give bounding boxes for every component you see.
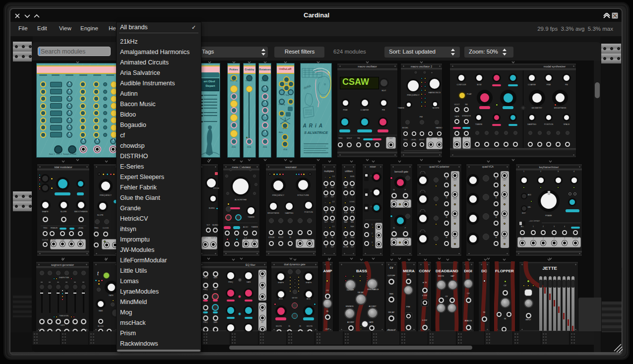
svg-text:doNk: doNk: [303, 84, 312, 90]
